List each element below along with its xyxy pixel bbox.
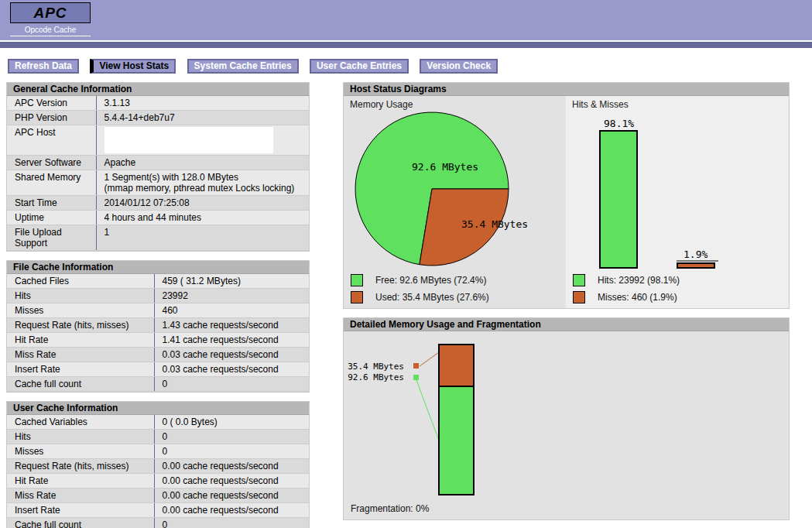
legend-label: Hits: 23992 (98.1%): [598, 275, 680, 286]
section-title: Detailed Memory Usage and Fragmentation: [344, 318, 789, 331]
bar-misses: [677, 263, 714, 268]
table-row: Insert Rate0.03 cache requests/second: [7, 362, 309, 377]
table-row: PHP Version5.4.4-14+deb7u7: [7, 111, 309, 125]
row-label: Insert Rate: [7, 362, 154, 377]
table-row: Cache full count0: [7, 377, 309, 392]
table-row: Cached Files459 ( 31.2 MBytes): [7, 274, 309, 289]
row-label: File Upload Support: [7, 225, 96, 251]
table-row: Uptime4 hours and 44 minutes: [7, 211, 309, 225]
table-row: Misses0: [7, 444, 309, 459]
used-leader-line: [420, 352, 439, 366]
legend-label: Free: 92.6 MBytes (72.4%): [375, 275, 486, 286]
row-value: 5.4.4-14+deb7u7: [96, 111, 309, 125]
legend-label: Used: 35.4 MBytes (27.6%): [375, 292, 489, 303]
row-label: Hits: [7, 289, 154, 303]
row-value: 1.43 cache requests/second: [154, 318, 309, 333]
nav-button-system-cache-entries[interactable]: System Cache Entries: [187, 59, 299, 74]
right-column: Host Status Diagrams 92.6 MBytes 35.4 MB…: [343, 82, 790, 528]
row-value: 0: [154, 377, 309, 392]
row-label: Request Rate (hits, misses): [7, 318, 154, 333]
row-label: Cache full count: [7, 377, 154, 392]
nav-menu: Refresh Data View Host Stats System Cach…: [8, 59, 812, 74]
detailed-memory-section: Detailed Memory Usage and Fragmentation …: [343, 317, 790, 520]
section-title: User Cache Information: [7, 402, 309, 415]
hits-misses-title: Hits & Misses: [572, 99, 629, 110]
nav-button-version-check[interactable]: Version Check: [420, 59, 498, 74]
table-row: Misses460: [7, 303, 309, 318]
apc-logo: APC: [10, 2, 91, 23]
general-cache-info-section: General Cache Information APC Version3.1…: [6, 82, 310, 252]
pie-label-used: 35.4 MBytes: [461, 218, 528, 230]
row-value: Apache: [96, 156, 309, 170]
segment-label-used: 35.4 MBytes: [348, 362, 404, 372]
row-label: Miss Rate: [7, 348, 154, 362]
table-row: Hits23992: [7, 289, 309, 303]
row-value: 0.00 cache requests/second: [154, 503, 309, 518]
row-label: Server Software: [7, 156, 96, 170]
row-label: PHP Version: [7, 111, 96, 125]
table-row: File Upload Support1: [7, 225, 309, 251]
table-row: Start Time2014/01/12 07:25:08: [7, 196, 309, 211]
row-value: 460: [154, 303, 309, 318]
nav-button-user-cache-entries[interactable]: User Cache Entries: [310, 59, 409, 74]
row-value: 0: [154, 430, 309, 444]
used-marker-icon: [413, 363, 419, 369]
row-value: 1: [96, 225, 309, 251]
segment-label-free: 92.6 MBytes: [348, 372, 404, 382]
row-label: Hit Rate: [7, 474, 154, 489]
row-value: 1 Segment(s) with 128.0 MBytes (mmap mem…: [96, 170, 309, 196]
table-row: Hit Rate0.00 cache requests/second: [7, 474, 309, 489]
row-value: 0 ( 0.0 Bytes): [154, 415, 309, 430]
row-label: Cached Files: [7, 274, 154, 289]
row-value: 23992: [154, 289, 309, 303]
memory-usage-panel: 92.6 MBytes 35.4 MBytes Memory Usage Fre…: [344, 96, 566, 308]
legend-item: Misses: 460 (1.9%): [573, 291, 680, 303]
nav-button-view-host-stats[interactable]: View Host Stats: [90, 59, 176, 74]
row-label: Misses: [7, 444, 154, 459]
row-label: Shared Memory: [7, 170, 96, 196]
detailed-memory-body: 35.4 MBytes 92.6 MBytes Fragmentation: 0…: [344, 331, 789, 519]
table-row: Shared Memory1 Segment(s) with 128.0 MBy…: [7, 170, 309, 196]
detailed-memory-diagram: 35.4 MBytes 92.6 MBytes: [344, 331, 790, 519]
fragmentation-label: Fragmentation: 0%: [351, 503, 429, 514]
header-rule: [0, 40, 812, 50]
pie-label-free: 92.6 MBytes: [412, 161, 478, 173]
free-swatch-icon: [351, 274, 363, 286]
user-cache-info-section: User Cache Information Cached Variables0…: [6, 401, 310, 528]
table-row: Miss Rate0.00 cache requests/second: [7, 489, 309, 503]
row-value: 0.03 cache requests/second: [154, 348, 309, 362]
table-row: Request Rate (hits, misses)0.00 cache re…: [7, 459, 309, 474]
legend-item: Free: 92.6 MBytes (72.4%): [351, 274, 489, 286]
row-label: Cache full count: [7, 518, 154, 528]
table-row: Request Rate (hits, misses)1.43 cache re…: [7, 318, 309, 333]
apc-logo-text: APC: [33, 5, 67, 22]
row-value: 3.1.13: [96, 96, 309, 111]
legend-label: Misses: 460 (1.9%): [598, 292, 677, 303]
hits-misses-panel: 98.1% 1.9% Hits & Misses Hits: 23992 (98…: [566, 96, 789, 308]
row-value: 0.03 cache requests/second: [154, 362, 309, 377]
row-value: 459 ( 31.2 MBytes): [154, 274, 309, 289]
stacked-segment-used: [439, 345, 474, 386]
host-status-section: Host Status Diagrams 92.6 MBytes 35.4 MB…: [343, 82, 790, 309]
misses-swatch-icon: [573, 291, 585, 303]
bar-hits: [600, 131, 637, 268]
table-row: Cache full count0: [7, 518, 309, 528]
user-cache-table: Cached Variables0 ( 0.0 Bytes)Hits0Misse…: [7, 415, 309, 528]
row-value: [96, 125, 309, 156]
legend-item: Used: 35.4 MBytes (27.6%): [351, 291, 489, 303]
row-label: Misses: [7, 303, 154, 318]
table-row: Server SoftwareApache: [7, 156, 309, 170]
row-label: Cached Variables: [7, 415, 154, 430]
row-value: 1.41 cache requests/second: [154, 333, 309, 348]
legend-item: Hits: 23992 (98.1%): [573, 274, 680, 286]
row-value: 0: [154, 518, 309, 528]
nav-button-refresh-data[interactable]: Refresh Data: [8, 59, 79, 74]
row-label: APC Host: [7, 125, 96, 156]
free-marker-icon: [413, 375, 419, 380]
memory-usage-legend: Free: 92.6 MBytes (72.4%) Used: 35.4 MBy…: [351, 274, 489, 308]
redacted-host-value: [104, 127, 273, 153]
row-label: Start Time: [7, 196, 96, 211]
row-label: Uptime: [7, 211, 96, 225]
table-row: APC Host: [7, 125, 309, 156]
bar-label-hits: 98.1%: [604, 118, 634, 129]
